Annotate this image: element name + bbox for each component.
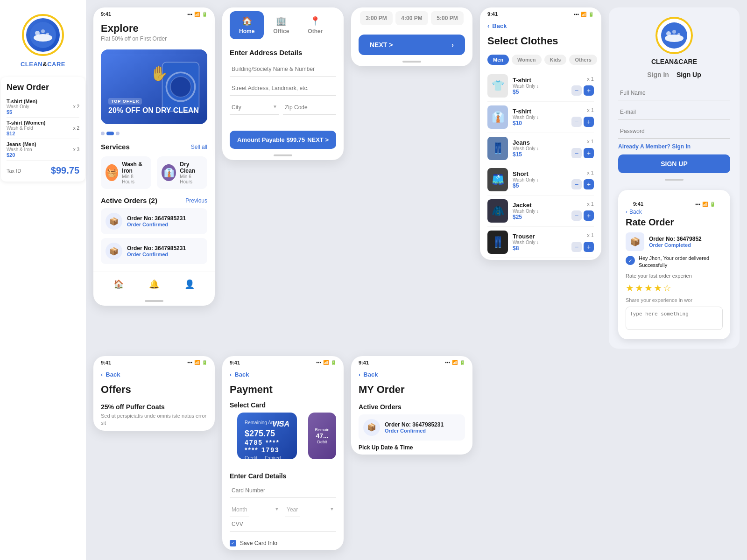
offers-back[interactable]: ‹ Back <box>93 367 215 382</box>
tab-other[interactable]: 📍 Other <box>298 11 332 39</box>
fullname-input[interactable] <box>618 86 730 100</box>
review-textarea[interactable] <box>626 307 723 330</box>
qty-control-3: x 1 − + <box>571 139 594 158</box>
payment-back[interactable]: ‹ Back <box>222 367 344 382</box>
address-next-button[interactable]: Amount Payable $99.75 NEXT > <box>230 131 336 149</box>
year-chevron-icon: ▼ <box>330 506 334 511</box>
rate-brand: CLEAN&CARE <box>651 58 697 65</box>
zip-input[interactable] <box>283 100 336 115</box>
nav-home[interactable]: 🏠 <box>111 277 126 292</box>
order-icon-2: 📦 <box>106 243 122 259</box>
active-order-1[interactable]: 📦 Order No: 3647985231 Order Confirmed <box>101 208 207 234</box>
street-input[interactable] <box>230 81 336 96</box>
active-orders-section: Active Orders (2) Previous 📦 Order No: 3… <box>93 193 215 272</box>
qty-plus-6[interactable]: + <box>584 242 594 252</box>
time-slot-2[interactable]: 4:00 PM <box>395 11 428 25</box>
order-total-section: Tax ID $99.75 <box>7 165 79 176</box>
filter-men[interactable]: Men <box>487 55 509 65</box>
tab-home[interactable]: 🏠 Home <box>230 11 264 39</box>
debit-card[interactable]: Remain 47... Debit <box>308 413 336 459</box>
qty-minus-5[interactable]: − <box>571 210 582 221</box>
qty-plus-3[interactable]: + <box>584 148 594 158</box>
payment-back-icon: ‹ <box>230 371 232 378</box>
myorder-back[interactable]: ‹ Back <box>351 367 472 382</box>
right-column: CLEAN&CARE Sign In Sign Up Already A Mem… <box>609 7 740 349</box>
left-panel: CLEAN&CARE New Order T-shirt (Men) Wash … <box>0 0 86 560</box>
email-input[interactable] <box>618 105 730 119</box>
qty-control-2: x 1 − + <box>571 107 594 127</box>
qty-plus-1[interactable]: + <box>584 85 594 96</box>
order-card-title: New Order <box>7 83 79 92</box>
schedule-next-button[interactable]: NEXT > › <box>359 35 465 55</box>
rate-phone-screen: 9:41 ▪▪▪📶🔋 ‹ Back Rate Order 📦 <box>618 190 730 339</box>
signup-button[interactable]: SIGN UP <box>618 154 730 173</box>
clothes-item-5[interactable]: 🧥 Jacket Wash Only ↓ $25 x 1 − + <box>487 196 594 227</box>
clothes-img-4: 🩳 <box>487 168 508 191</box>
building-input[interactable] <box>230 62 336 77</box>
filter-others[interactable]: Others <box>569 55 597 65</box>
service-wash-iron[interactable]: 🧺 Wash & Iron Min 8 Hours <box>101 156 151 189</box>
filter-women[interactable]: Women <box>512 55 542 65</box>
qty-plus-4[interactable]: + <box>584 179 594 189</box>
clothes-item-3[interactable]: 👖 Jeans Wash Only ↓ $15 x 1 − + <box>487 133 594 164</box>
dot-2-active <box>106 132 114 135</box>
qty-minus-2[interactable]: − <box>571 117 582 127</box>
check-icon: ✓ <box>626 256 635 265</box>
myorder-title: MY Order <box>351 382 472 399</box>
myorder-back-icon: ‹ <box>359 371 360 378</box>
nav-bell[interactable]: 🔔 <box>147 277 162 292</box>
previous-link[interactable]: Previous <box>185 197 207 204</box>
clothes-item-1[interactable]: 👕 T-shirt Wash Only ↓ $5 x 1 − + <box>487 70 594 102</box>
card-details-form: Month ▼ Year ▼ <box>222 483 344 536</box>
rate-back[interactable]: ‹ Back <box>626 209 723 215</box>
myorder-screen: 9:41 ▪▪▪📶🔋 ‹ Back MY Order Active Orders… <box>351 356 472 455</box>
auth-sign-in[interactable]: Sign In <box>647 71 669 78</box>
success-check: ✓ Hey Jhon, Your order delivered Success… <box>626 255 723 269</box>
bottom-nav: 🏠 🔔 👤 <box>93 272 215 296</box>
nav-profile[interactable]: 👤 <box>182 277 197 292</box>
home-tab-icon: 🏠 <box>242 16 252 26</box>
rate-section: CLEAN&CARE Sign In Sign Up Already A Mem… <box>609 7 740 349</box>
star-rating[interactable]: ★★★★☆ <box>626 282 723 294</box>
city-input[interactable] <box>230 100 279 115</box>
qty-control-6: x 1 − + <box>571 232 594 252</box>
order-completed-row: 📦 Order No: 36479852 Order Completed <box>626 232 723 251</box>
qty-plus-2[interactable]: + <box>584 117 594 127</box>
visa-card[interactable]: Remaining Amount $275.75 VISA 4785 **** … <box>237 413 297 459</box>
myorder-order-1[interactable]: 📦 Order No: 3647985231 Order Confirmed <box>359 414 465 441</box>
time-slot-1[interactable]: 3:00 PM <box>360 11 392 25</box>
svg-point-12 <box>666 31 671 36</box>
qty-plus-5[interactable]: + <box>584 210 594 221</box>
myorder-active: Active Orders 📦 Order No: 3647985231 Ord… <box>351 399 472 455</box>
qty-minus-4[interactable]: − <box>571 179 582 189</box>
qty-control-5: x 1 − + <box>571 201 594 221</box>
clothes-img-6: 👖 <box>487 231 508 254</box>
active-order-2[interactable]: 📦 Order No: 3647985231 Order Confirmed <box>101 238 207 264</box>
clothes-item-2[interactable]: 👔 T-shirt Wash Only ↓ $10 x 1 − + <box>487 102 594 133</box>
address-title: Enter Address Details <box>230 49 336 56</box>
clothes-img-5: 🧥 <box>487 199 508 223</box>
qty-minus-1[interactable]: − <box>571 85 582 96</box>
cvv-input[interactable] <box>230 517 336 532</box>
filter-kids[interactable]: Kids <box>544 55 567 65</box>
time-slot-3[interactable]: 5:00 PM <box>431 11 463 25</box>
service-dry-clean[interactable]: 👔 Dry Clean Min 6 Hours <box>157 156 207 189</box>
dot-3 <box>116 132 120 135</box>
auth-sign-up[interactable]: Sign Up <box>677 71 701 78</box>
password-input[interactable] <box>618 124 730 139</box>
card-number-input[interactable] <box>230 483 336 498</box>
clothes-back[interactable]: ‹ Back <box>480 19 601 33</box>
payment-status: 9:41 ▪▪▪📶🔋 <box>222 356 344 367</box>
sell-all-link[interactable]: Sell all <box>191 144 207 150</box>
back-arrow-icon: ‹ <box>626 209 627 215</box>
clothes-item-6[interactable]: 👖 Trouser Wash Only ↓ $8 x 1 − + <box>487 227 594 258</box>
rate-title: Rate Order <box>626 217 723 228</box>
explore-subtitle: Flat 50% off on First Order <box>93 35 215 46</box>
clothes-item-4[interactable]: 🩳 Short Wash Only ↓ $5 x 1 − + <box>487 164 594 196</box>
tab-office[interactable]: 🏢 Office <box>264 11 298 39</box>
month-select[interactable]: Month <box>230 503 249 517</box>
qty-minus-3[interactable]: − <box>571 148 582 158</box>
year-select[interactable]: Year <box>285 503 300 517</box>
qty-minus-6[interactable]: − <box>571 242 582 252</box>
save-card-checkbox[interactable]: ✓ <box>230 540 236 546</box>
